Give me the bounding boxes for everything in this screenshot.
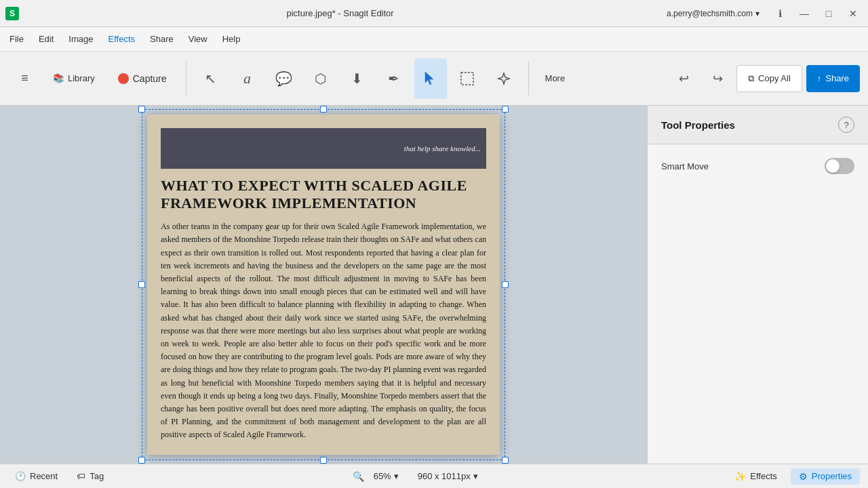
info-button[interactable]: ℹ (770, 4, 789, 23)
settings-icon: ⚙ (799, 471, 808, 482)
statusbar: 🕐 Recent 🏷 Tag 🔍 65% ▾ 960 x 1011px ▾ ✨ … (0, 464, 868, 488)
redo-icon: ↪ (713, 71, 723, 86)
handle-bottom-left[interactable] (138, 457, 145, 464)
share-button[interactable]: ↑ Share (806, 65, 860, 92)
menu-image[interactable]: Image (62, 31, 100, 47)
dimensions-button[interactable]: 960 x 1011px ▾ (411, 468, 485, 484)
maximize-button[interactable]: □ (819, 4, 838, 23)
arrow-tool-icon: ↖ (205, 72, 216, 85)
pen-tool-icon: ✒ (388, 72, 399, 85)
menubar: File Edit Image Effects Share View Help (0, 27, 868, 52)
capture-dot-icon (118, 73, 129, 84)
recent-label: Recent (30, 471, 58, 481)
undo-icon: ↩ (679, 71, 689, 86)
toolbar-divider-1 (186, 62, 186, 96)
menu-help[interactable]: Help (216, 31, 248, 47)
image-container: that help share knowled... WHAT TO EXPEC… (147, 115, 500, 455)
more-button[interactable]: More (537, 69, 574, 87)
copy-icon: ⧉ (748, 73, 754, 84)
properties-button[interactable]: ⚙ Properties (791, 468, 860, 485)
properties-label: Properties (812, 471, 852, 481)
svg-text:S: S (9, 9, 15, 18)
article-title: WHAT TO EXPECT WITH SCALED AGILE FRAMEWO… (161, 177, 486, 213)
article-body: As other teams in the company gear up fo… (161, 220, 486, 441)
menu-view[interactable]: View (182, 31, 214, 47)
select-tool-icon (422, 70, 439, 87)
chevron-down-icon: ▾ (473, 471, 478, 481)
recent-icon: 🕐 (15, 471, 26, 481)
tag-label: Tag (90, 471, 104, 481)
titlebar-right: a.perry@techsmith.com ▾ ℹ — □ ✕ (661, 4, 863, 23)
menu-file[interactable]: File (3, 31, 31, 47)
capture-label: Capture (133, 73, 167, 84)
toolbar-divider-2 (528, 62, 529, 96)
titlebar: S picture.jpeg* - Snagit Editor a.perry@… (0, 0, 868, 27)
menu-share[interactable]: Share (143, 31, 180, 47)
handle-top-middle[interactable] (320, 106, 327, 113)
menu-toggle-button[interactable]: ≡ (8, 58, 41, 99)
tool-text[interactable]: a (231, 58, 264, 99)
tag-icon: 🏷 (77, 471, 85, 481)
handle-middle-left[interactable] (138, 281, 145, 288)
library-button[interactable]: 📚 Library (45, 69, 103, 87)
minimize-button[interactable]: — (795, 4, 814, 23)
callout-tool-icon: 💬 (275, 72, 292, 85)
handle-top-right[interactable] (502, 106, 509, 113)
tag-button[interactable]: 🏷 Tag (70, 468, 111, 484)
handle-bottom-right[interactable] (502, 457, 509, 464)
marquee-tool-icon (459, 70, 475, 87)
tool-marquee[interactable] (451, 58, 484, 99)
shape-tool-icon: ⬡ (315, 72, 326, 85)
window-title: picture.jpeg* - Snagit Editor (286, 8, 393, 18)
recent-button[interactable]: 🕐 Recent (8, 468, 64, 484)
tool-arrow[interactable]: ↖ (195, 58, 227, 99)
titlebar-left: S (5, 7, 19, 20)
tool-stamp[interactable]: ⬇ (341, 58, 374, 99)
menu-edit[interactable]: Edit (32, 31, 60, 47)
stamp-tool-icon: ⬇ (351, 72, 363, 85)
chevron-down-icon: ▾ (394, 471, 399, 481)
tool-callout[interactable]: 💬 (268, 58, 300, 99)
library-icon: 📚 (53, 73, 64, 83)
capture-button[interactable]: Capture (107, 68, 178, 89)
panel-header: Tool Properties ? (648, 106, 868, 144)
help-button[interactable]: ? (838, 117, 854, 133)
handle-bottom-middle[interactable] (320, 457, 327, 464)
article-header: that help share knowled... (161, 128, 486, 169)
zoom-area: 🔍 65% ▾ (353, 468, 406, 484)
svg-rect-3 (461, 73, 473, 85)
tool-shape[interactable]: ⬡ (304, 58, 337, 99)
article-image: that help share knowled... WHAT TO EXPEC… (147, 115, 500, 455)
hamburger-icon: ≡ (21, 71, 28, 85)
menu-effects[interactable]: Effects (102, 31, 142, 47)
search-icon: 🔍 (353, 471, 364, 482)
library-label: Library (68, 73, 95, 83)
zoom-level: 65% (374, 471, 391, 481)
tool-select[interactable] (414, 58, 447, 99)
zoom-button[interactable]: 65% ▾ (367, 468, 406, 484)
effects-label: Effects (750, 471, 777, 481)
undo-button[interactable]: ↩ (669, 64, 698, 94)
handle-middle-right[interactable] (502, 281, 509, 288)
toolbar: ≡ 📚 Library Capture ↖ a 💬 ⬡ ⬇ ✒ (0, 52, 868, 106)
smart-move-toggle[interactable] (825, 158, 854, 174)
share-icon: ↑ (817, 73, 822, 83)
copy-all-label: Copy All (758, 73, 791, 83)
svg-marker-2 (425, 72, 433, 85)
tool-magic[interactable] (488, 58, 520, 99)
effects-icon: ✨ (734, 471, 746, 482)
account-email: a.perry@techsmith.com (667, 9, 753, 18)
close-button[interactable]: ✕ (844, 4, 863, 23)
main-area: that help share knowled... WHAT TO EXPEC… (0, 106, 868, 464)
smart-move-row: Smart Move (661, 158, 854, 174)
share-label: Share (825, 73, 849, 83)
copy-all-button[interactable]: ⧉ Copy All (736, 65, 802, 92)
text-tool-icon: a (243, 71, 251, 86)
redo-button[interactable]: ↪ (703, 64, 732, 94)
account-button[interactable]: a.perry@techsmith.com ▾ (661, 6, 765, 21)
handle-top-left[interactable] (138, 106, 145, 113)
tool-pen[interactable]: ✒ (378, 58, 410, 99)
canvas-area[interactable]: that help share knowled... WHAT TO EXPEC… (0, 106, 647, 464)
panel-title: Tool Properties (661, 119, 735, 131)
effects-button[interactable]: ✨ Effects (726, 468, 785, 485)
